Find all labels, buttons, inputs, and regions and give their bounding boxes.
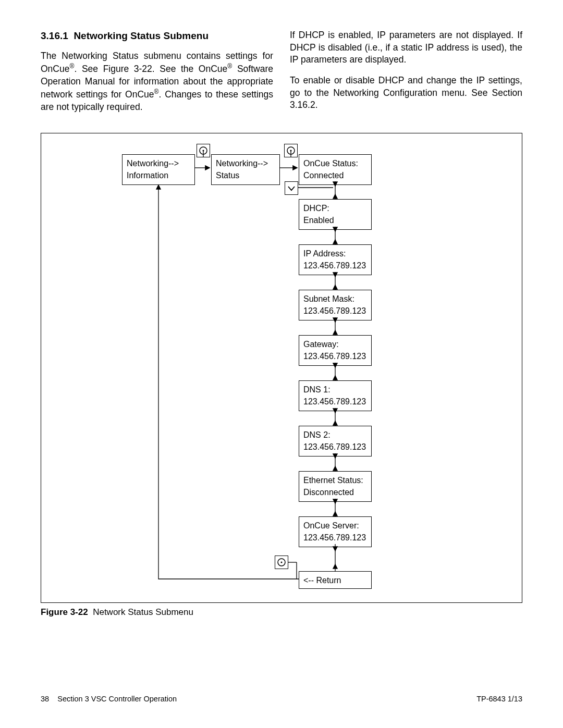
node-ethernet-status: Ethernet Status: Disconnected bbox=[299, 471, 372, 502]
node-subnet-mask: Subnet Mask: 123.456.789.123 bbox=[299, 290, 372, 320]
svg-point-3 bbox=[290, 150, 292, 152]
paragraph-3: To enable or disable DHCP and change the… bbox=[290, 75, 522, 112]
dot-icon bbox=[284, 144, 298, 157]
node-dhcp: DHCP: Enabled bbox=[299, 199, 372, 230]
node-ip-address: IP Address: 123.456.789.123 bbox=[299, 244, 372, 275]
node-networking-information: Networking--> Information bbox=[122, 154, 195, 185]
node-dns-2: DNS 2: 123.456.789.123 bbox=[299, 426, 372, 456]
chevron-down-icon bbox=[285, 181, 298, 195]
paragraph-1: The Networking Status submenu contains s… bbox=[41, 50, 273, 114]
figure-frame: Networking--> Information Networking--> … bbox=[41, 133, 522, 603]
paragraph-2: If DHCP is enabled, IP parameters are no… bbox=[290, 29, 522, 66]
footer-right: TP-6843 1/13 bbox=[476, 695, 522, 703]
node-return: <-- Return bbox=[299, 571, 372, 589]
node-oncue-server: OnCue Server: 123.456.789.123 bbox=[299, 516, 372, 547]
node-gateway: Gateway: 123.456.789.123 bbox=[299, 335, 372, 366]
dot-icon bbox=[197, 144, 210, 157]
footer-left: 38 Section 3 VSC Controller Operation bbox=[41, 695, 177, 703]
figure-caption: Figure 3-22 Network Status Submenu bbox=[41, 607, 522, 618]
svg-point-1 bbox=[203, 150, 204, 152]
svg-point-5 bbox=[281, 562, 283, 563]
node-oncue-status: OnCue Status: Connected bbox=[299, 154, 372, 185]
node-networking-status: Networking--> Status bbox=[211, 154, 280, 185]
node-dns-1: DNS 1: 123.456.789.123 bbox=[299, 380, 372, 411]
dot-icon bbox=[275, 556, 288, 569]
section-heading: 3.16.1 Networking Status Submenu bbox=[41, 29, 273, 43]
